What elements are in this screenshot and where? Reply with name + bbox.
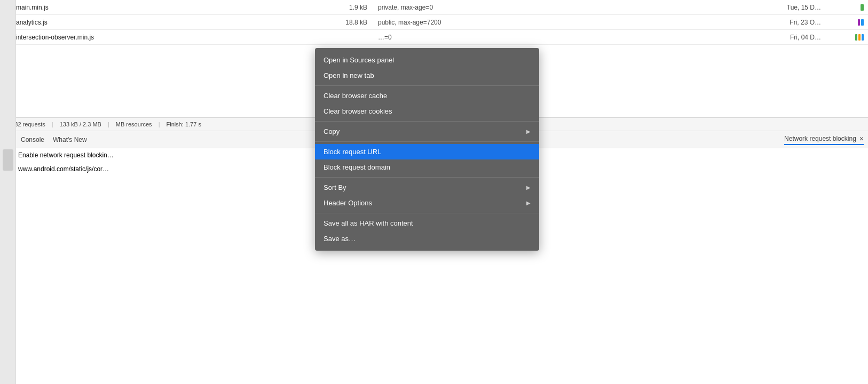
menu-item-copy[interactable]: Copy ▶ — [315, 124, 539, 139]
menu-item-open-sources[interactable]: Open in Sources panel — [315, 52, 539, 68]
resources: MB resources — [116, 121, 152, 127]
row-name-cell: main.min.js — [4, 3, 314, 12]
finish-time: Finish: 1.77 s — [166, 121, 201, 127]
menu-section-copy: Copy ▶ — [315, 122, 539, 142]
row-waterfall-cell — [821, 4, 864, 11]
table-row[interactable]: analytics.js 18.8 kB public, max-age=720… — [0, 15, 868, 30]
menu-item-sort-by[interactable]: Sort By ▶ — [315, 180, 539, 195]
submenu-arrow-icon: ▶ — [526, 185, 531, 190]
row-date-cell: Fri, 23 O… — [746, 19, 821, 26]
menu-section-block: Block request URL Block request domain — [315, 142, 539, 178]
waterfall-bar — [855, 34, 857, 41]
menu-item-label: Open in Sources panel — [323, 56, 394, 64]
separator: | — [108, 121, 109, 127]
menu-item-save-as[interactable]: Save as… — [315, 231, 539, 246]
separator: | — [52, 121, 53, 127]
menu-item-label: Open in new tab — [323, 71, 374, 79]
row-date-cell: Fri, 04 D… — [746, 34, 821, 41]
submenu-arrow-icon: ▶ — [526, 129, 531, 134]
menu-section-save: Save all as HAR with content Save as… — [315, 213, 539, 249]
row-size-cell: 1.9 kB — [314, 4, 367, 11]
context-menu: Open in Sources panel Open in new tab Cl… — [315, 48, 539, 251]
file-name: intersection-observer.min.js — [16, 34, 94, 41]
menu-item-label: Copy — [323, 127, 340, 135]
network-panel: main.min.js 1.9 kB private, max-age=0 Tu… — [0, 0, 868, 384]
menu-item-label: Sort By — [323, 183, 346, 191]
menu-item-label: Block request domain — [323, 163, 390, 171]
file-name: analytics.js — [16, 19, 48, 26]
tab-console[interactable]: Console — [21, 134, 44, 146]
menu-item-label: Clear browser cache — [323, 92, 387, 100]
menu-section-clear: Clear browser cache Clear browser cookie… — [315, 86, 539, 122]
menu-item-clear-cookies[interactable]: Clear browser cookies — [315, 103, 539, 119]
menu-section-sort: Sort By ▶ Header Options ▶ — [315, 178, 539, 213]
row-cache-cell: public, max-age=7200 — [367, 19, 746, 26]
table-row[interactable]: intersection-observer.min.js …=0 Fri, 04… — [0, 30, 868, 45]
row-date-cell: Tue, 15 D… — [746, 4, 821, 11]
menu-item-label: Clear browser cookies — [323, 107, 392, 115]
row-name-cell: analytics.js — [4, 18, 314, 27]
row-size-cell: 18.8 kB — [314, 19, 367, 26]
menu-item-label: Block request URL — [323, 148, 381, 156]
table-row[interactable]: main.min.js 1.9 kB private, max-age=0 Tu… — [0, 0, 868, 15]
network-blocking-label: Network request blocking — [784, 135, 856, 142]
waterfall-bar — [858, 19, 860, 26]
row-cache-cell: …=0 — [367, 34, 746, 41]
menu-item-save-har[interactable]: Save all as HAR with content — [315, 215, 539, 231]
row-waterfall-cell — [821, 34, 864, 41]
transfer-size: 133 kB / 2.3 MB — [60, 121, 101, 127]
waterfall-bar — [858, 34, 861, 41]
menu-item-label: Save as… — [323, 235, 356, 243]
submenu-arrow-icon: ▶ — [526, 200, 531, 206]
row-cache-cell: private, max-age=0 — [367, 4, 746, 11]
row-waterfall-cell — [821, 19, 864, 26]
menu-item-open-tab[interactable]: Open in new tab — [315, 68, 539, 83]
menu-item-label: Save all as HAR with content — [323, 219, 413, 227]
close-tab-button[interactable]: × — [859, 134, 864, 143]
file-name: main.min.js — [16, 4, 49, 11]
waterfall-bar — [861, 19, 864, 26]
menu-item-block-url[interactable]: Block request URL — [315, 144, 539, 159]
left-sidebar — [0, 0, 16, 384]
blocking-label: Enable network request blockin… — [18, 151, 114, 159]
waterfall-bar — [861, 4, 864, 11]
waterfall-bar — [862, 34, 864, 41]
menu-item-clear-cache[interactable]: Clear browser cache — [315, 88, 539, 103]
menu-section-open: Open in Sources panel Open in new tab — [315, 50, 539, 86]
separator: | — [159, 121, 160, 127]
sidebar-drag-handle[interactable] — [3, 149, 13, 171]
blocking-url: www.android.com/static/js/cor… — [18, 165, 109, 173]
tab-whats-new[interactable]: What's New — [53, 134, 87, 146]
menu-item-block-domain[interactable]: Block request domain — [315, 159, 539, 175]
tab-network-blocking[interactable]: Network request blocking × — [784, 134, 864, 145]
menu-item-header-options[interactable]: Header Options ▶ — [315, 195, 539, 211]
menu-item-label: Header Options — [323, 199, 372, 207]
row-name-cell: intersection-observer.min.js — [4, 33, 314, 42]
